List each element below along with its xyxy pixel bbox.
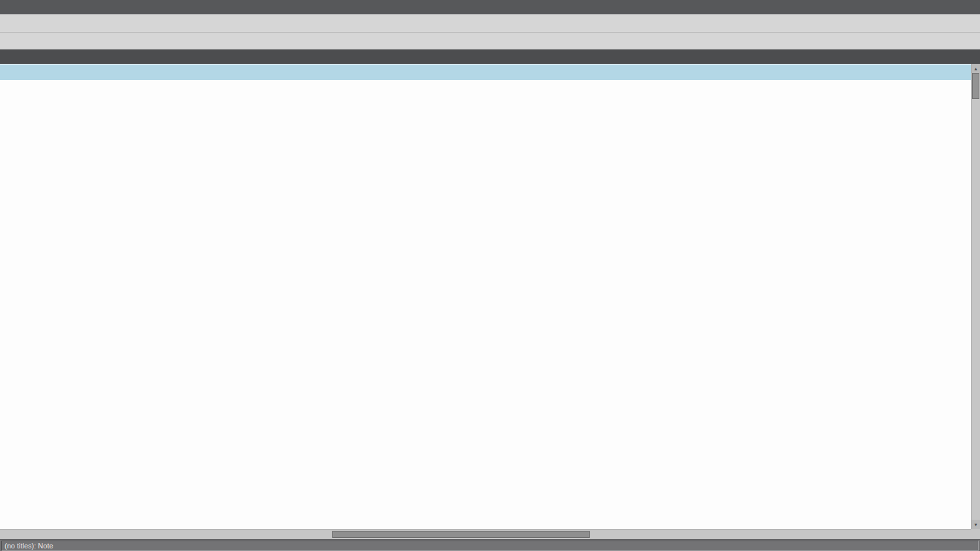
scroll-down-arrow-icon[interactable]: ▼ — [972, 520, 980, 529]
scroll-up-arrow-icon[interactable]: ▲ — [972, 64, 980, 73]
category-bar — [0, 49, 980, 64]
status-bar: (no titles): Note — [0, 539, 980, 551]
vertical-scrollbar[interactable]: ▲ ▼ — [971, 64, 980, 529]
application-window: ▲ ▼ (no titles): Note — [0, 0, 980, 551]
vertical-scroll-thumb[interactable] — [972, 73, 979, 99]
score-canvas[interactable] — [0, 64, 971, 529]
menu-bar — [0, 0, 980, 14]
rhythm-toolbar — [0, 33, 980, 49]
scrollbar-corner — [971, 529, 980, 539]
horizontal-scrollbar[interactable] — [0, 529, 971, 539]
main-toolbar — [0, 14, 980, 33]
horizontal-scroll-thumb[interactable] — [332, 531, 590, 538]
score-header-band — [0, 64, 971, 80]
status-message: (no titles): Note — [1, 541, 979, 551]
